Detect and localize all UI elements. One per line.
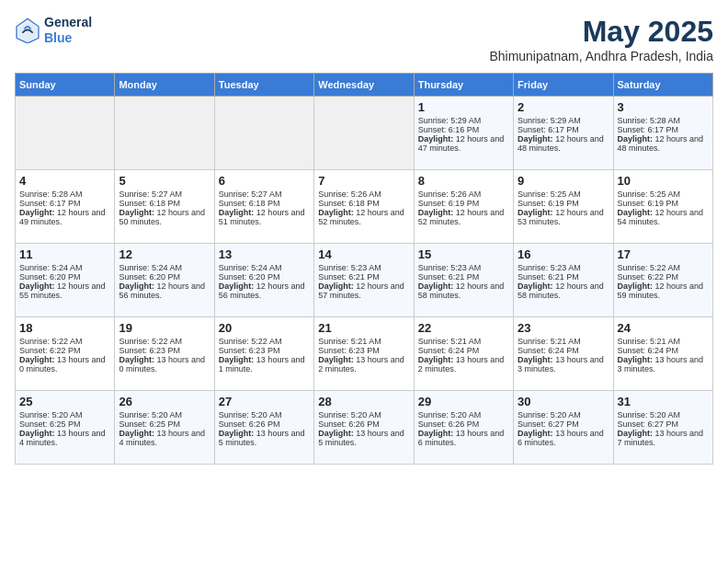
sunset-text: Sunset: 6:24 PM	[618, 346, 709, 355]
daylight-text: Daylight: 12 hours and 58 minutes.	[518, 282, 609, 300]
sunset-text: Sunset: 6:20 PM	[219, 272, 310, 282]
day-number: 10	[618, 174, 709, 188]
calendar-cell: 9Sunrise: 5:25 AMSunset: 6:19 PMDaylight…	[514, 170, 613, 244]
sunrise-text: Sunrise: 5:29 AM	[418, 116, 509, 125]
daylight-text: Daylight: 13 hours and 0 minutes.	[19, 355, 110, 373]
calendar-cell: 18Sunrise: 5:22 AMSunset: 6:22 PMDayligh…	[16, 317, 115, 391]
sunset-text: Sunset: 6:25 PM	[119, 419, 210, 429]
day-number: 30	[518, 395, 609, 408]
calendar-cell: 14Sunrise: 5:23 AMSunset: 6:21 PMDayligh…	[314, 244, 414, 317]
weekday-header-saturday: Saturday	[613, 74, 712, 97]
calendar-cell	[16, 97, 115, 170]
calendar-cell: 22Sunrise: 5:21 AMSunset: 6:24 PMDayligh…	[414, 317, 513, 391]
sunrise-text: Sunrise: 5:20 AM	[19, 410, 110, 419]
daylight-text: Daylight: 12 hours and 48 minutes.	[618, 134, 709, 153]
sunset-text: Sunset: 6:18 PM	[318, 199, 409, 208]
day-number: 12	[119, 247, 210, 261]
calendar-cell: 23Sunrise: 5:21 AMSunset: 6:24 PMDayligh…	[514, 317, 613, 391]
daylight-text: Daylight: 13 hours and 3 minutes.	[618, 355, 709, 373]
sunrise-text: Sunrise: 5:28 AM	[618, 116, 709, 125]
day-number: 26	[119, 395, 210, 408]
daylight-text: Daylight: 13 hours and 2 minutes.	[318, 355, 409, 373]
daylight-text: Daylight: 13 hours and 5 minutes.	[318, 429, 409, 447]
sunset-text: Sunset: 6:21 PM	[518, 272, 609, 282]
calendar-cell	[115, 97, 214, 170]
daylight-text: Daylight: 13 hours and 0 minutes.	[119, 355, 210, 373]
day-number: 25	[19, 395, 110, 408]
daylight-text: Daylight: 12 hours and 51 minutes.	[219, 208, 310, 226]
sunset-text: Sunset: 6:18 PM	[119, 199, 210, 208]
sunset-text: Sunset: 6:26 PM	[318, 419, 409, 429]
sunrise-text: Sunrise: 5:20 AM	[219, 410, 310, 419]
day-number: 2	[518, 100, 609, 114]
logo-icon	[15, 17, 40, 43]
sunrise-text: Sunrise: 5:21 AM	[618, 337, 709, 346]
daylight-text: Daylight: 12 hours and 58 minutes.	[418, 282, 509, 300]
calendar-cell: 31Sunrise: 5:20 AMSunset: 6:27 PMDayligh…	[613, 391, 712, 465]
sunset-text: Sunset: 6:27 PM	[518, 419, 609, 429]
day-number: 18	[19, 321, 110, 335]
sunset-text: Sunset: 6:23 PM	[119, 346, 210, 355]
sunset-text: Sunset: 6:26 PM	[418, 419, 509, 429]
day-number: 17	[618, 247, 709, 261]
day-number: 27	[219, 395, 310, 408]
sunset-text: Sunset: 6:19 PM	[418, 199, 509, 208]
daylight-text: Daylight: 12 hours and 57 minutes.	[318, 282, 409, 300]
weekday-header-wednesday: Wednesday	[314, 74, 414, 97]
month-title: May 2025	[489, 15, 713, 49]
logo: General Blue	[15, 15, 92, 46]
daylight-text: Daylight: 12 hours and 50 minutes.	[119, 208, 210, 226]
calendar-cell: 20Sunrise: 5:22 AMSunset: 6:23 PMDayligh…	[214, 317, 313, 391]
daylight-text: Daylight: 12 hours and 56 minutes.	[119, 282, 210, 300]
page-header: General Blue May 2025 Bhimunipatnam, And…	[15, 15, 713, 63]
daylight-text: Daylight: 12 hours and 52 minutes.	[318, 208, 409, 226]
sunrise-text: Sunrise: 5:22 AM	[219, 337, 310, 346]
sunrise-text: Sunrise: 5:29 AM	[518, 116, 609, 125]
sunset-text: Sunset: 6:17 PM	[518, 125, 609, 134]
sunset-text: Sunset: 6:27 PM	[618, 419, 709, 429]
sunset-text: Sunset: 6:19 PM	[518, 199, 609, 208]
calendar-cell: 11Sunrise: 5:24 AMSunset: 6:20 PMDayligh…	[16, 244, 115, 317]
sunrise-text: Sunrise: 5:22 AM	[119, 337, 210, 346]
weekday-header-monday: Monday	[115, 74, 214, 97]
daylight-text: Daylight: 13 hours and 1 minute.	[219, 355, 310, 373]
daylight-text: Daylight: 13 hours and 7 minutes.	[618, 429, 709, 447]
weekday-header-sunday: Sunday	[16, 74, 115, 97]
calendar-cell: 21Sunrise: 5:21 AMSunset: 6:23 PMDayligh…	[314, 317, 414, 391]
sunrise-text: Sunrise: 5:24 AM	[119, 263, 210, 272]
sunrise-text: Sunrise: 5:22 AM	[19, 337, 110, 346]
calendar-cell: 17Sunrise: 5:22 AMSunset: 6:22 PMDayligh…	[613, 244, 712, 317]
calendar-cell: 16Sunrise: 5:23 AMSunset: 6:21 PMDayligh…	[514, 244, 613, 317]
calendar-cell: 4Sunrise: 5:28 AMSunset: 6:17 PMDaylight…	[16, 170, 115, 244]
day-number: 16	[518, 247, 609, 261]
day-number: 9	[518, 174, 609, 188]
sunrise-text: Sunrise: 5:27 AM	[219, 190, 310, 199]
sunrise-text: Sunrise: 5:20 AM	[418, 410, 509, 419]
sunset-text: Sunset: 6:21 PM	[418, 272, 509, 282]
daylight-text: Daylight: 12 hours and 55 minutes.	[19, 282, 110, 300]
day-number: 28	[318, 395, 409, 408]
calendar-cell	[214, 97, 313, 170]
weekday-header-tuesday: Tuesday	[214, 74, 313, 97]
day-number: 4	[19, 174, 110, 188]
day-number: 8	[418, 174, 509, 188]
day-number: 20	[219, 321, 310, 335]
calendar-cell: 3Sunrise: 5:28 AMSunset: 6:17 PMDaylight…	[613, 97, 712, 170]
sunset-text: Sunset: 6:26 PM	[219, 419, 310, 429]
calendar-cell: 26Sunrise: 5:20 AMSunset: 6:25 PMDayligh…	[115, 391, 214, 465]
daylight-text: Daylight: 12 hours and 52 minutes.	[418, 208, 509, 226]
sunrise-text: Sunrise: 5:21 AM	[518, 337, 609, 346]
calendar-cell: 10Sunrise: 5:25 AMSunset: 6:19 PMDayligh…	[613, 170, 712, 244]
calendar-cell: 8Sunrise: 5:26 AMSunset: 6:19 PMDaylight…	[414, 170, 513, 244]
sunset-text: Sunset: 6:23 PM	[219, 346, 310, 355]
sunrise-text: Sunrise: 5:20 AM	[119, 410, 210, 419]
calendar-table: SundayMondayTuesdayWednesdayThursdayFrid…	[15, 73, 713, 465]
day-number: 11	[19, 247, 110, 261]
day-number: 23	[518, 321, 609, 335]
daylight-text: Daylight: 13 hours and 2 minutes.	[418, 355, 509, 373]
daylight-text: Daylight: 12 hours and 53 minutes.	[518, 208, 609, 226]
daylight-text: Daylight: 12 hours and 59 minutes.	[618, 282, 709, 300]
day-number: 13	[219, 247, 310, 261]
sunset-text: Sunset: 6:24 PM	[418, 346, 509, 355]
calendar-cell: 7Sunrise: 5:26 AMSunset: 6:18 PMDaylight…	[314, 170, 414, 244]
